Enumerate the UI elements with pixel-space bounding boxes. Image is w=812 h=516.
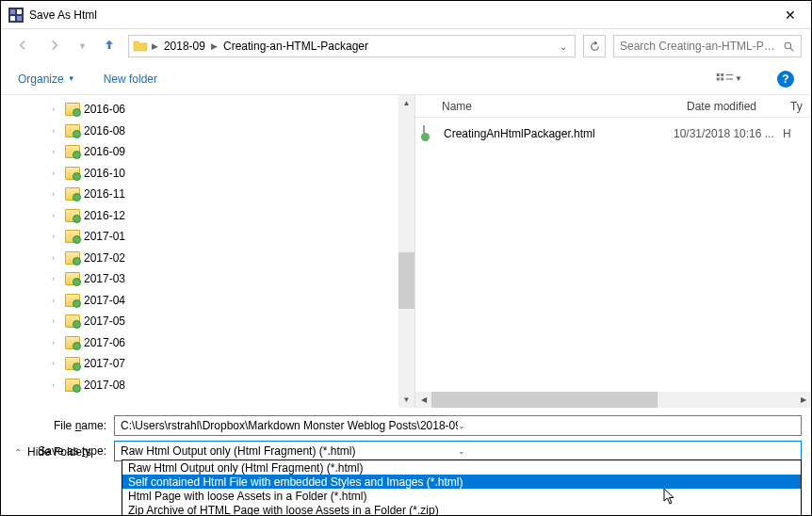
expand-icon[interactable]: › xyxy=(52,189,61,199)
scroll-down-icon[interactable]: ▼ xyxy=(398,392,414,408)
expand-icon[interactable]: › xyxy=(52,380,61,390)
chevron-down-icon[interactable]: ⌄ xyxy=(458,421,795,430)
tree-item[interactable]: ›2017-08 xyxy=(35,375,414,396)
folder-icon xyxy=(65,294,80,307)
file-list[interactable]: CreatingAnHtmlPackager.html10/31/2018 10… xyxy=(415,118,811,150)
file-row[interactable]: CreatingAnHtmlPackager.html10/31/2018 10… xyxy=(415,123,811,144)
tree-item[interactable]: ›2016-10 xyxy=(35,163,414,185)
tree-item[interactable]: ›2017-07 xyxy=(35,353,414,375)
column-name[interactable]: Name xyxy=(432,100,677,113)
tree-item[interactable]: ›2017-02 xyxy=(35,248,414,269)
breadcrumb-segment[interactable]: Creating-an-HTML-Packager xyxy=(221,40,370,53)
tree-item[interactable]: ›2017-04 xyxy=(35,290,414,312)
folder-icon xyxy=(65,145,80,158)
folder-tree[interactable]: ›2016-06›2016-08›2016-09›2016-10›2016-11… xyxy=(1,95,414,399)
up-button[interactable] xyxy=(98,34,121,59)
chevron-down-icon[interactable]: ⌄ xyxy=(458,446,795,456)
tree-item-label: 2017-04 xyxy=(84,294,125,307)
file-date: 10/31/2018 10:16 ... xyxy=(674,127,783,140)
organize-button[interactable]: Organize ▼ xyxy=(18,73,75,86)
tree-item[interactable]: ›2016-11 xyxy=(35,184,414,205)
file-list-panel: Name Date modified Ty CreatingAnHtmlPack… xyxy=(415,95,811,408)
svg-line-6 xyxy=(790,48,793,51)
tree-item[interactable]: ›2016-06 xyxy=(35,99,414,121)
folder-icon xyxy=(65,251,80,265)
tree-item-label: 2017-08 xyxy=(84,379,125,392)
app-icon xyxy=(8,8,24,23)
tree-item-label: 2017-02 xyxy=(84,251,125,265)
close-button[interactable]: ✕ xyxy=(777,4,804,26)
search-input[interactable] xyxy=(620,40,777,53)
tree-item[interactable]: ›2016-09 xyxy=(35,141,414,163)
expand-icon[interactable]: › xyxy=(52,359,61,368)
expand-icon[interactable]: › xyxy=(52,274,61,283)
expand-icon[interactable]: › xyxy=(52,316,61,326)
expand-icon[interactable]: › xyxy=(52,126,61,136)
scroll-up-icon[interactable]: ▲ xyxy=(398,95,414,111)
scroll-thumb[interactable] xyxy=(431,392,658,408)
svg-rect-10 xyxy=(721,77,723,80)
chevron-up-icon: ⌃ xyxy=(14,447,22,458)
folder-icon xyxy=(65,167,80,180)
expand-icon[interactable]: › xyxy=(52,338,61,347)
svg-rect-3 xyxy=(10,16,15,21)
tree-item-label: 2017-07 xyxy=(84,357,125,370)
horizontal-scrollbar[interactable]: ◀ ▶ xyxy=(415,392,811,408)
hide-folders-toggle[interactable]: ⌃ Hide Folders xyxy=(14,445,91,459)
view-options-button[interactable]: ▼ xyxy=(709,70,749,89)
breadcrumb-segment[interactable]: 2018-09 xyxy=(162,40,207,53)
toolbar: Organize ▼ New folder ▼ ? xyxy=(1,63,811,95)
column-date[interactable]: Date modified xyxy=(677,100,781,113)
tree-item[interactable]: ›2017-06 xyxy=(35,332,414,354)
expand-icon[interactable]: › xyxy=(52,232,61,241)
file-name-input[interactable]: C:\Users\rstrahl\Dropbox\Markdown Monste… xyxy=(114,415,802,436)
dropdown-option[interactable]: Self contained Html File with embedded S… xyxy=(122,475,801,489)
expand-icon[interactable]: › xyxy=(52,211,61,220)
tree-item[interactable]: ›2016-08 xyxy=(35,121,414,142)
folder-icon xyxy=(65,357,80,370)
expand-icon[interactable]: › xyxy=(52,296,61,305)
column-type[interactable]: Ty xyxy=(781,100,809,113)
recent-dropdown[interactable]: ▼ xyxy=(74,38,90,55)
tree-item-label: 2016-08 xyxy=(84,124,125,137)
tree-item-label: 2016-06 xyxy=(84,103,125,116)
save-type-select[interactable]: Raw Html Output only (Html Fragment) (*.… xyxy=(114,441,802,461)
expand-icon[interactable]: › xyxy=(52,253,61,263)
folder-icon xyxy=(133,39,148,54)
scroll-thumb[interactable] xyxy=(398,252,414,309)
chevron-right-icon: ▶ xyxy=(211,41,218,51)
scroll-right-icon[interactable]: ▶ xyxy=(795,392,811,408)
forward-button[interactable] xyxy=(42,33,67,60)
tree-scrollbar[interactable]: ▲ ▼ xyxy=(398,95,414,408)
help-button[interactable]: ? xyxy=(777,71,794,88)
svg-rect-2 xyxy=(17,9,22,14)
scroll-left-icon[interactable]: ◀ xyxy=(415,392,431,408)
file-name: CreatingAnHtmlPackager.html xyxy=(444,127,674,140)
svg-rect-9 xyxy=(717,77,720,80)
tree-item[interactable]: ›2017-01 xyxy=(35,226,414,248)
breadcrumb[interactable]: ▶ 2018-09 ▶ Creating-an-HTML-Packager ⌄ xyxy=(128,35,576,57)
breadcrumb-dropdown[interactable]: ⌄ xyxy=(556,41,571,52)
folder-icon xyxy=(65,187,80,201)
dropdown-option[interactable]: Html Page with loose Assets in a Folder … xyxy=(122,489,801,503)
tree-item[interactable]: ›2017-03 xyxy=(35,268,414,290)
svg-rect-4 xyxy=(17,16,22,21)
save-type-dropdown[interactable]: Raw Html Output only (Html Fragment) (*.… xyxy=(122,460,802,516)
tree-item[interactable]: ›2017-05 xyxy=(35,311,414,332)
tree-item-label: 2016-10 xyxy=(84,167,125,180)
folder-icon xyxy=(65,314,80,328)
tree-item-label: 2017-05 xyxy=(84,314,125,328)
expand-icon[interactable]: › xyxy=(52,147,61,156)
folder-icon xyxy=(65,103,80,116)
tree-item[interactable]: ›2016-12 xyxy=(35,205,414,227)
search-box[interactable] xyxy=(613,35,802,57)
dropdown-option[interactable]: Raw Html Output only (Html Fragment) (*.… xyxy=(122,460,801,475)
expand-icon[interactable]: › xyxy=(52,169,61,178)
expand-icon[interactable]: › xyxy=(52,105,61,114)
refresh-button[interactable] xyxy=(583,35,606,57)
folder-icon xyxy=(65,124,80,137)
back-button[interactable] xyxy=(10,33,35,60)
dropdown-option[interactable]: Zip Archive of HTML Page with loose Asse… xyxy=(122,503,801,516)
tree-item-label: 2016-09 xyxy=(84,145,125,158)
new-folder-button[interactable]: New folder xyxy=(104,73,157,86)
